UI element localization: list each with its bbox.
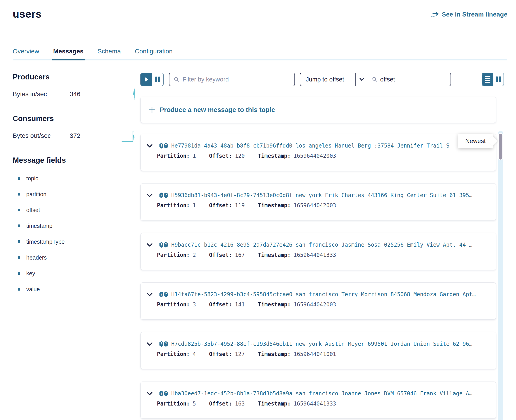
message-field-item: partition	[13, 186, 140, 202]
newest-tooltip-label: Newest	[465, 138, 486, 145]
list-view-icon	[485, 82, 490, 82]
tab-schema[interactable]: Schema	[98, 48, 121, 60]
offset-meta: Offset:141	[209, 301, 245, 308]
tab-messages[interactable]: Messages	[53, 48, 84, 60]
question-shield-icon: ?	[164, 143, 168, 149]
message-field-label: value	[26, 286, 40, 292]
message-key-line: ? ? H14fa67fe-5823-4299-b3c4-595845cfcae…	[146, 291, 496, 298]
offset-meta: Offset:119	[209, 202, 245, 209]
sidebar: Producers Bytes in/sec 346 Consumers Byt…	[13, 73, 140, 420]
question-shield-icon: ?	[160, 292, 163, 297]
pause-icon	[155, 77, 157, 82]
message-row[interactable]: ? ? He77981da-4a43-48ab-b8f8-cb71b96ffdd…	[140, 134, 496, 171]
message-row[interactable]: ? ? Hba30eed7-1edc-452b-8b1a-738d3b5d8a9…	[140, 382, 496, 419]
offset-meta: Offset:167	[209, 252, 245, 258]
plus-icon	[148, 106, 156, 113]
messages-panel: Jump to offset	[140, 73, 516, 420]
bytes-in-label: Bytes in/sec	[13, 90, 70, 98]
list-view-button[interactable]	[482, 73, 493, 86]
consumers-stat-row: Bytes out/sec 372	[13, 129, 140, 143]
question-shield-icon: ?	[160, 193, 163, 198]
message-field-label: timestampType	[26, 239, 65, 245]
message-field-label: offset	[26, 207, 40, 213]
bytes-out-label: Bytes out/sec	[13, 132, 70, 139]
message-key: He77981da-4a43-48ab-b8f8-cb71b96ffdd0 lo…	[171, 142, 449, 149]
stream-lineage-link[interactable]: See in Stream lineage	[431, 11, 507, 18]
tab-configuration[interactable]: Configuration	[135, 48, 173, 60]
offset-meta: Offset:163	[209, 401, 245, 407]
offset-meta: Offset:127	[209, 351, 245, 357]
column-view-button[interactable]	[493, 73, 504, 86]
message-fields-heading: Message fields	[13, 156, 140, 165]
message-key-line: ? ? He77981da-4a43-48ab-b8f8-cb71b96ffdd…	[146, 142, 496, 149]
bytes-in-value: 346	[70, 90, 80, 98]
square-bullet-icon	[18, 209, 20, 211]
messages-toolbar: Jump to offset	[140, 73, 516, 86]
chevron-down-icon[interactable]	[146, 292, 153, 296]
message-field-label: partition	[26, 191, 46, 198]
keyword-filter-input[interactable]	[183, 76, 290, 83]
serde-badges: ? ?	[160, 143, 168, 149]
timestamp-meta: Timestamp:1659644041333	[258, 252, 336, 258]
question-shield-icon: ?	[164, 292, 168, 297]
partition-meta: Partition:4	[157, 351, 196, 357]
offset-meta: Offset:120	[209, 153, 245, 159]
chevron-down-icon[interactable]	[146, 144, 153, 148]
keyword-filter-box	[169, 73, 295, 86]
message-key-line: ? ? Hba30eed7-1edc-452b-8b1a-738d3b5d8a9…	[146, 390, 496, 397]
square-bullet-icon	[18, 177, 20, 180]
serde-badges: ? ?	[160, 391, 168, 397]
chevron-down-icon	[359, 78, 364, 81]
message-row[interactable]: ? ? H5936db81-b943-4e0f-8c29-74513e0c0d8…	[140, 183, 496, 220]
message-row[interactable]: ? ? H14fa67fe-5823-4299-b3c4-595845cfcae…	[140, 282, 496, 320]
dashed-arrow-icon	[431, 11, 439, 18]
jump-select-chevron-button[interactable]	[355, 73, 368, 86]
list-view-icon	[485, 78, 490, 79]
tab-overview[interactable]: Overview	[13, 48, 39, 60]
column-view-icon	[496, 76, 498, 82]
message-meta: Partition:3 Offset:141 Timestamp:1659644…	[157, 301, 496, 308]
message-key: Hba30eed7-1edc-452b-8b1a-738d3b5d8a9a sa…	[171, 390, 472, 397]
message-key: H5936db81-b943-4e0f-8c29-74513e0c0d8f ne…	[171, 192, 472, 198]
square-bullet-icon	[18, 193, 20, 195]
list-view-icon	[485, 80, 490, 81]
message-key-line: ? ? H5936db81-b943-4e0f-8c29-74513e0c0d8…	[146, 192, 496, 198]
message-key: H7cda825b-35b7-4952-88ef-c193d546eb11 ne…	[171, 341, 472, 347]
chevron-down-icon[interactable]	[146, 342, 153, 346]
scrollbar-thumb[interactable]	[498, 133, 503, 160]
serde-badges: ? ?	[160, 242, 168, 248]
consumers-sparkline	[121, 128, 137, 143]
pause-button[interactable]	[152, 73, 163, 86]
producers-stat-row: Bytes in/sec 346	[13, 87, 140, 101]
search-icon	[372, 76, 377, 82]
question-shield-icon: ?	[164, 193, 168, 198]
scrollbar-track[interactable]	[498, 131, 503, 420]
question-shield-icon: ?	[164, 341, 168, 347]
partition-meta: Partition:5	[157, 401, 196, 407]
producers-heading: Producers	[13, 73, 140, 81]
square-bullet-icon	[18, 225, 20, 227]
jump-to-offset-select[interactable]: Jump to offset	[300, 73, 355, 86]
message-field-item: offset	[13, 202, 140, 218]
producers-sparkline	[128, 87, 137, 101]
chevron-down-icon[interactable]	[146, 243, 153, 247]
message-field-label: timestamp	[26, 223, 52, 229]
partition-meta: Partition:3	[157, 301, 196, 308]
message-field-item: timestampType	[13, 234, 140, 250]
message-list: ? ? He77981da-4a43-48ab-b8f8-cb71b96ffdd…	[140, 134, 516, 419]
play-button[interactable]	[141, 73, 152, 86]
timestamp-meta: Timestamp:1659644041001	[258, 351, 336, 357]
chevron-down-icon[interactable]	[146, 194, 153, 197]
produce-message-button[interactable]: Produce a new message to this topic	[140, 97, 496, 123]
timestamp-meta: Timestamp:1659644041333	[258, 401, 336, 407]
message-field-label: key	[26, 270, 35, 277]
message-row[interactable]: ? ? H7cda825b-35b7-4952-88ef-c193d546eb1…	[140, 332, 496, 369]
square-bullet-icon	[18, 272, 20, 275]
chevron-down-icon[interactable]	[146, 392, 153, 396]
consumers-heading: Consumers	[13, 114, 140, 123]
page-title: users	[13, 8, 42, 20]
message-row[interactable]: ? ? H9bacc71c-b12c-4216-8e95-2a7da727e42…	[140, 233, 496, 270]
offset-search-input[interactable]	[380, 76, 447, 83]
timestamp-meta: Timestamp:1659644042003	[258, 153, 336, 159]
timestamp-meta: Timestamp:1659644042003	[258, 202, 336, 209]
